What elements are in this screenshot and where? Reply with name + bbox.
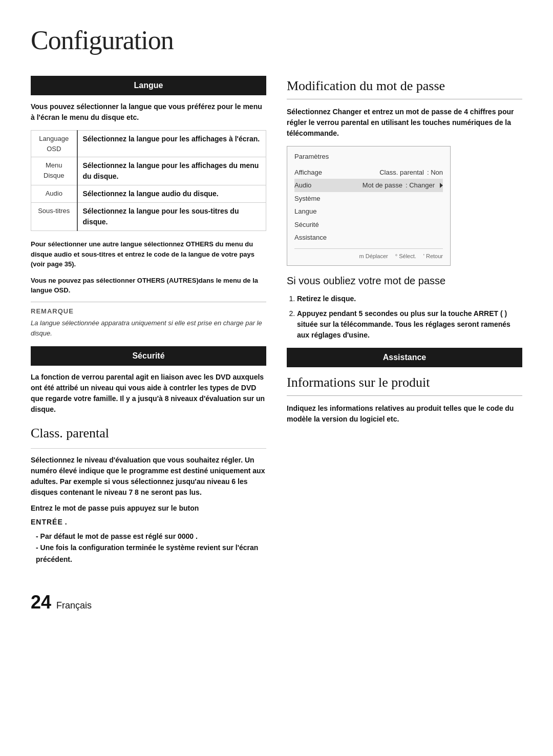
info-produit-text: Indiquez les informations relatives au p… — [287, 403, 522, 425]
langue-table-value: Sélectionnez la langue pour les affichag… — [77, 157, 266, 185]
osd-row: AudioMot de passe: Changer — [294, 179, 443, 192]
info-produit-section: Informations sur le produit Indiquez les… — [287, 372, 522, 425]
langue-note2: Vous ne pouvez pas sélectionner OTHERS (… — [31, 276, 266, 296]
langue-table: Language OSDSélectionnez la langue pour … — [31, 130, 266, 231]
langue-table-key: Sous-titres — [31, 203, 77, 231]
forgot-step: Retirez le disque. — [297, 293, 522, 304]
langue-intro: Vous pouvez sélectionner la langue que v… — [31, 101, 266, 123]
osd-row-label: Assistance — [294, 233, 335, 243]
assistance-header: Assistance — [287, 348, 522, 367]
entree-line: Entrez le mot de passe puis appuyez sur … — [31, 503, 266, 514]
osd-row-label: Audio — [294, 180, 335, 191]
forgot-steps: Retirez le disque.Appuyez pendant 5 seco… — [287, 293, 522, 341]
remarque-box: Remarque La langue sélectionnée apparatr… — [31, 302, 266, 339]
right-column: Modification du mot de passe Sélectionne… — [287, 76, 522, 568]
left-column: Langue Vous pouvez sélectionner la langu… — [31, 76, 266, 568]
entree-word: ENTRÉE . — [31, 517, 266, 528]
osd-title: Paramètres — [294, 152, 443, 162]
securite-header: Sécurité — [31, 346, 266, 366]
page-number-row: 24 Français — [31, 589, 522, 616]
osd-row-label: Sécurité — [294, 220, 335, 230]
osd-screen: Paramètres AffichageClass. parental: Non… — [287, 146, 451, 266]
class-parental-text1: Sélectionnez le niveau d'évaluation que … — [31, 455, 266, 498]
langue-table-key: Language OSD — [31, 131, 77, 157]
osd-row: AffichageClass. parental: Non — [294, 166, 443, 179]
forgot-title: Si vous oubliez votre mot de passe — [287, 273, 522, 288]
modification-title: Modification du mot de passe — [287, 76, 522, 99]
assistance-section: Assistance — [287, 348, 522, 367]
page-language: Français — [56, 599, 92, 613]
osd-row-value: Mot de passe: Changer — [363, 180, 443, 191]
osd-rows: AffichageClass. parental: NonAudioMot de… — [294, 166, 443, 244]
dash-list: - Par défaut le mot de passe est réglé s… — [31, 531, 266, 565]
langue-header: Langue — [31, 76, 266, 95]
modification-section: Modification du mot de passe Sélectionne… — [287, 76, 522, 266]
osd-row: Assistance — [294, 231, 443, 244]
langue-note1: Pour sélectionner une autre langue sélec… — [31, 239, 266, 269]
dash2: - Une fois la configuration terminée le … — [36, 542, 266, 565]
osd-row: Sécurité — [294, 218, 443, 232]
forgot-password-section: Si vous oubliez votre mot de passe Retir… — [287, 273, 522, 341]
osd-arrow-icon — [440, 183, 443, 188]
securite-section: Sécurité La fonction de verrou parental … — [31, 346, 266, 415]
langue-table-value: Sélectionnez la langue pour les affichag… — [77, 131, 266, 157]
page-number: 24 — [31, 589, 51, 616]
langue-table-value: Sélectionnez la langue audio du disque. — [77, 185, 266, 203]
page-title: Configuration — [31, 20, 522, 60]
forgot-step: Appuyez pendant 5 secondes ou plus sur l… — [297, 308, 522, 341]
osd-footer-select: ° Sélect. — [395, 252, 416, 261]
remarque-text: La langue sélectionnée apparatra uniquem… — [31, 318, 266, 338]
info-produit-title: Informations sur le produit — [287, 372, 522, 396]
osd-row-label: Langue — [294, 206, 335, 217]
class-parental-section: Class. parental Sélectionnez le niveau d… — [31, 423, 266, 565]
dash1: - Par défaut le mot de passe est réglé s… — [36, 531, 266, 542]
class-parental-title: Class. parental — [31, 423, 266, 443]
modification-intro: Sélectionnez Changer et entrez un mot de… — [287, 107, 522, 139]
osd-footer-back: ' Retour — [423, 252, 443, 261]
osd-row: Langue — [294, 205, 443, 218]
osd-footer: m Déplacer ° Sélect. ' Retour — [294, 248, 443, 261]
langue-table-key: Menu Disque — [31, 157, 77, 185]
langue-section: Langue Vous pouvez sélectionner la langu… — [31, 76, 266, 338]
osd-row-label: Système — [294, 194, 335, 204]
osd-row-value: Class. parental: Non — [379, 167, 443, 178]
osd-footer-move: m Déplacer — [359, 252, 388, 261]
osd-row-label: Affichage — [294, 167, 335, 178]
langue-note2-text: Vous ne pouvez pas sélectionner OTHERS (… — [31, 276, 266, 296]
langue-table-key: Audio — [31, 185, 77, 203]
langue-table-value: Sélectionnez la langue pour les sous-tit… — [77, 203, 266, 231]
langue-note1-text: Pour sélectionner une autre langue sélec… — [31, 239, 266, 269]
securite-intro: La fonction de verrou parental agit en l… — [31, 372, 266, 415]
osd-row: Système — [294, 192, 443, 205]
remarque-label: Remarque — [31, 306, 266, 317]
